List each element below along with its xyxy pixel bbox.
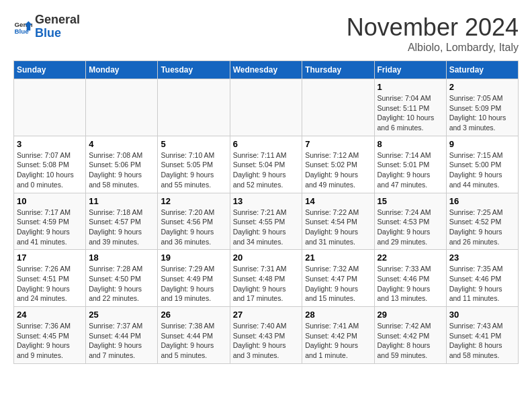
- day-number: 23: [449, 253, 515, 263]
- day-info: Sunrise: 7:42 AM Sunset: 4:42 PM Dayligh…: [378, 321, 443, 361]
- day-number: 7: [305, 139, 371, 149]
- day-cell: 14Sunrise: 7:22 AM Sunset: 4:54 PM Dayli…: [302, 193, 374, 250]
- day-info: Sunrise: 7:25 AM Sunset: 4:52 PM Dayligh…: [449, 208, 515, 247]
- day-info: Sunrise: 7:20 AM Sunset: 4:56 PM Dayligh…: [161, 208, 226, 247]
- day-number: 5: [161, 139, 226, 149]
- day-info: Sunrise: 7:38 AM Sunset: 4:44 PM Dayligh…: [161, 321, 226, 361]
- day-number: 28: [305, 310, 371, 320]
- day-cell: 13Sunrise: 7:21 AM Sunset: 4:55 PM Dayli…: [230, 193, 302, 250]
- day-number: 1: [378, 82, 443, 92]
- day-info: Sunrise: 7:14 AM Sunset: 5:01 PM Dayligh…: [378, 150, 443, 190]
- logo-text: GeneralBlue: [35, 13, 80, 40]
- day-info: Sunrise: 7:26 AM Sunset: 4:51 PM Dayligh…: [17, 264, 83, 304]
- day-number: 4: [89, 139, 154, 149]
- day-info: Sunrise: 7:17 AM Sunset: 4:59 PM Dayligh…: [17, 208, 83, 247]
- weekday-header-thursday: Thursday: [302, 61, 374, 79]
- day-info: Sunrise: 7:21 AM Sunset: 4:55 PM Dayligh…: [233, 208, 300, 247]
- day-number: 10: [17, 196, 83, 206]
- weekday-header-wednesday: Wednesday: [230, 61, 302, 79]
- day-cell: [14, 79, 86, 136]
- day-cell: 18Sunrise: 7:28 AM Sunset: 4:50 PM Dayli…: [86, 250, 158, 307]
- day-info: Sunrise: 7:43 AM Sunset: 4:41 PM Dayligh…: [449, 321, 515, 361]
- day-cell: [86, 79, 158, 136]
- day-cell: [158, 79, 230, 136]
- day-number: 24: [17, 310, 83, 320]
- day-info: Sunrise: 7:15 AM Sunset: 5:00 PM Dayligh…: [449, 150, 515, 190]
- week-row-2: 3Sunrise: 7:07 AM Sunset: 5:08 PM Daylig…: [14, 136, 519, 193]
- day-cell: [302, 79, 374, 136]
- day-number: 20: [233, 253, 300, 263]
- day-number: 2: [449, 82, 515, 92]
- day-cell: 5Sunrise: 7:10 AM Sunset: 5:05 PM Daylig…: [158, 136, 230, 193]
- day-cell: 20Sunrise: 7:31 AM Sunset: 4:48 PM Dayli…: [230, 250, 302, 307]
- calendar: SundayMondayTuesdayWednesdayThursdayFrid…: [13, 60, 519, 364]
- weekday-header-sunday: Sunday: [14, 61, 86, 79]
- weekday-header-row: SundayMondayTuesdayWednesdayThursdayFrid…: [14, 61, 519, 79]
- day-number: 21: [305, 253, 371, 263]
- day-cell: 10Sunrise: 7:17 AM Sunset: 4:59 PM Dayli…: [14, 193, 86, 250]
- location: Albiolo, Lombardy, Italy: [347, 42, 519, 54]
- day-info: Sunrise: 7:33 AM Sunset: 4:46 PM Dayligh…: [378, 264, 443, 304]
- day-number: 9: [449, 139, 515, 149]
- day-number: 26: [161, 310, 226, 320]
- day-info: Sunrise: 7:12 AM Sunset: 5:02 PM Dayligh…: [305, 150, 371, 190]
- day-cell: 24Sunrise: 7:36 AM Sunset: 4:45 PM Dayli…: [14, 307, 86, 364]
- day-info: Sunrise: 7:11 AM Sunset: 5:04 PM Dayligh…: [233, 150, 300, 190]
- weekday-header-monday: Monday: [86, 61, 158, 79]
- day-cell: 25Sunrise: 7:37 AM Sunset: 4:44 PM Dayli…: [86, 307, 158, 364]
- day-cell: 23Sunrise: 7:35 AM Sunset: 4:46 PM Dayli…: [446, 250, 518, 307]
- day-info: Sunrise: 7:22 AM Sunset: 4:54 PM Dayligh…: [305, 208, 371, 247]
- day-number: 16: [449, 196, 515, 206]
- day-number: 8: [378, 139, 443, 149]
- day-cell: 26Sunrise: 7:38 AM Sunset: 4:44 PM Dayli…: [158, 307, 230, 364]
- weekday-header-tuesday: Tuesday: [158, 61, 230, 79]
- day-number: 14: [305, 196, 371, 206]
- day-info: Sunrise: 7:28 AM Sunset: 4:50 PM Dayligh…: [89, 264, 154, 304]
- day-cell: 15Sunrise: 7:24 AM Sunset: 4:53 PM Dayli…: [374, 193, 446, 250]
- day-number: 22: [378, 253, 443, 263]
- day-number: 17: [17, 253, 83, 263]
- day-info: Sunrise: 7:41 AM Sunset: 4:42 PM Dayligh…: [305, 321, 371, 361]
- logo: General Blue GeneralBlue: [13, 13, 80, 40]
- title-area: November 2024 Albiolo, Lombardy, Italy: [347, 13, 519, 54]
- day-number: 27: [233, 310, 300, 320]
- day-number: 19: [161, 253, 226, 263]
- day-cell: 8Sunrise: 7:14 AM Sunset: 5:01 PM Daylig…: [374, 136, 446, 193]
- day-cell: 28Sunrise: 7:41 AM Sunset: 4:42 PM Dayli…: [302, 307, 374, 364]
- day-number: 29: [378, 310, 443, 320]
- day-number: 11: [89, 196, 154, 206]
- day-info: Sunrise: 7:36 AM Sunset: 4:45 PM Dayligh…: [17, 321, 83, 361]
- week-row-5: 24Sunrise: 7:36 AM Sunset: 4:45 PM Dayli…: [14, 307, 519, 364]
- day-info: Sunrise: 7:31 AM Sunset: 4:48 PM Dayligh…: [233, 264, 300, 304]
- day-cell: 21Sunrise: 7:32 AM Sunset: 4:47 PM Dayli…: [302, 250, 374, 307]
- day-cell: 17Sunrise: 7:26 AM Sunset: 4:51 PM Dayli…: [14, 250, 86, 307]
- day-cell: 12Sunrise: 7:20 AM Sunset: 4:56 PM Dayli…: [158, 193, 230, 250]
- day-info: Sunrise: 7:32 AM Sunset: 4:47 PM Dayligh…: [305, 264, 371, 304]
- day-cell: 9Sunrise: 7:15 AM Sunset: 5:00 PM Daylig…: [446, 136, 518, 193]
- day-cell: 29Sunrise: 7:42 AM Sunset: 4:42 PM Dayli…: [374, 307, 446, 364]
- day-info: Sunrise: 7:05 AM Sunset: 5:09 PM Dayligh…: [449, 93, 515, 133]
- week-row-4: 17Sunrise: 7:26 AM Sunset: 4:51 PM Dayli…: [14, 250, 519, 307]
- weekday-header-saturday: Saturday: [446, 61, 518, 79]
- day-cell: 27Sunrise: 7:40 AM Sunset: 4:43 PM Dayli…: [230, 307, 302, 364]
- day-cell: 4Sunrise: 7:08 AM Sunset: 5:06 PM Daylig…: [86, 136, 158, 193]
- day-cell: 19Sunrise: 7:29 AM Sunset: 4:49 PM Dayli…: [158, 250, 230, 307]
- weekday-header-friday: Friday: [374, 61, 446, 79]
- day-cell: 6Sunrise: 7:11 AM Sunset: 5:04 PM Daylig…: [230, 136, 302, 193]
- day-info: Sunrise: 7:18 AM Sunset: 4:57 PM Dayligh…: [89, 208, 154, 247]
- week-row-3: 10Sunrise: 7:17 AM Sunset: 4:59 PM Dayli…: [14, 193, 519, 250]
- day-info: Sunrise: 7:40 AM Sunset: 4:43 PM Dayligh…: [233, 321, 300, 361]
- day-cell: 7Sunrise: 7:12 AM Sunset: 5:02 PM Daylig…: [302, 136, 374, 193]
- day-cell: 3Sunrise: 7:07 AM Sunset: 5:08 PM Daylig…: [14, 136, 86, 193]
- day-cell: 11Sunrise: 7:18 AM Sunset: 4:57 PM Dayli…: [86, 193, 158, 250]
- day-number: 15: [378, 196, 443, 206]
- day-number: 18: [89, 253, 154, 263]
- day-info: Sunrise: 7:08 AM Sunset: 5:06 PM Dayligh…: [89, 150, 154, 190]
- day-info: Sunrise: 7:35 AM Sunset: 4:46 PM Dayligh…: [449, 264, 515, 304]
- day-number: 25: [89, 310, 154, 320]
- day-cell: [230, 79, 302, 136]
- day-number: 30: [449, 310, 515, 320]
- day-cell: 30Sunrise: 7:43 AM Sunset: 4:41 PM Dayli…: [446, 307, 518, 364]
- day-info: Sunrise: 7:07 AM Sunset: 5:08 PM Dayligh…: [17, 150, 83, 190]
- day-info: Sunrise: 7:04 AM Sunset: 5:11 PM Dayligh…: [378, 93, 443, 133]
